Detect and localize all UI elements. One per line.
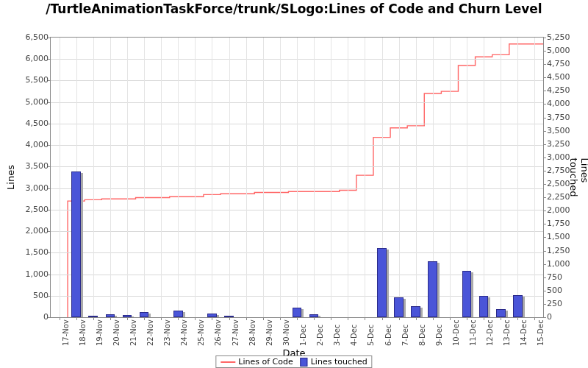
gridline: [517, 38, 518, 317]
gridline: [161, 38, 162, 317]
x-tick-label: 4-Dec: [350, 325, 358, 346]
gridline: [195, 38, 196, 317]
x-tick-label: 14-Dec: [520, 319, 528, 346]
bar-lines-touched: [479, 296, 489, 317]
y1-tick-label: 500: [4, 290, 49, 300]
gridline: [229, 38, 230, 317]
y2-tick-label: 2,250: [547, 192, 585, 202]
bar-lines-touched: [513, 295, 523, 317]
x-tick-label: 26-Nov: [214, 319, 222, 346]
y1-tick-label: 3,000: [4, 183, 49, 192]
x-tick-label: 20-Nov: [112, 319, 121, 346]
legend-label: Lines of Code: [238, 357, 293, 367]
x-tick-label: 18-Nov: [79, 319, 87, 346]
y1-tick-label: 2,000: [4, 226, 49, 236]
bar-lines-touched: [224, 316, 234, 317]
gridline: [416, 38, 417, 317]
y2-tick-label: 1,750: [547, 219, 585, 228]
gridline: [399, 38, 400, 317]
gridline: [365, 38, 365, 317]
plot-area: [50, 37, 544, 318]
y2-tick-label: 3,750: [547, 112, 585, 121]
bar-lines-touched: [106, 314, 115, 317]
y2-tick-label: 1,250: [547, 245, 585, 255]
y1-tick-label: 1,000: [4, 269, 49, 278]
gridline: [178, 38, 179, 317]
x-tick-label: 5-Dec: [367, 325, 375, 346]
x-tick-label: 17-Nov: [62, 319, 70, 346]
y2-tick-label: 5,250: [547, 32, 585, 42]
x-tick-label: 7-Dec: [401, 325, 409, 346]
x-tick-label: 25-Nov: [197, 319, 205, 346]
y1-tick-label: 4,000: [4, 140, 49, 149]
gridline: [246, 38, 247, 317]
y1-tick-label: 3,500: [4, 161, 49, 171]
x-tick-label: 3-Dec: [333, 325, 341, 346]
gridline: [534, 38, 535, 317]
gridline: [212, 38, 212, 317]
gridline: [93, 38, 94, 317]
x-tick-label: 13-Dec: [503, 319, 511, 346]
y2-tick-label: 5,000: [547, 46, 585, 55]
x-tick-label: 22-Nov: [146, 319, 154, 346]
y2-tick-label: 750: [547, 272, 585, 281]
bar-lines-touched: [140, 312, 149, 317]
x-tick-label: 21-Nov: [129, 319, 137, 346]
x-tick-label: 29-Nov: [265, 319, 273, 346]
bar-lines-touched: [462, 271, 472, 317]
gridline: [450, 38, 451, 317]
y2-tick-label: 1,500: [547, 232, 585, 241]
gridline: [484, 38, 484, 317]
x-tick-label: 6-Dec: [384, 325, 392, 346]
y1-tick-label: 2,500: [4, 204, 49, 213]
y2-tick-label: 500: [547, 285, 585, 294]
bar-lines-touched: [173, 311, 183, 317]
x-tick-label: 23-Nov: [163, 319, 171, 346]
gridline: [280, 38, 281, 317]
gridline: [297, 38, 298, 317]
gridline: [348, 38, 348, 317]
y1-tick-label: 5,500: [4, 75, 49, 85]
x-tick-label: 28-Nov: [248, 319, 257, 346]
x-tick-label: 11-Dec: [469, 319, 477, 346]
loc-churn-chart: /TurtleAnimationTaskForce/trunk/SLogo:Li…: [0, 0, 588, 368]
bar-lines-touched: [377, 248, 387, 317]
y1-tick-label: 6,500: [4, 32, 49, 42]
x-tick-label: 9-Dec: [435, 325, 443, 346]
y2-tick-label: 4,500: [547, 72, 585, 82]
gridline: [110, 38, 111, 317]
bar-lines-touched: [88, 316, 98, 317]
bar-lines-touched: [123, 315, 132, 317]
x-tick-label: 12-Dec: [486, 319, 494, 346]
x-tick-label: 8-Dec: [418, 325, 426, 346]
x-tick-label: 19-Nov: [96, 319, 104, 346]
y2-axis-title: Lines touched: [568, 158, 588, 197]
x-tick-label: 2-Dec: [316, 325, 324, 346]
legend-item-lines-touched: Lines touched: [301, 357, 368, 367]
y1-tick-label: 0: [4, 312, 49, 322]
y2-tick-label: 1,000: [547, 258, 585, 268]
y2-tick-label: 250: [547, 298, 585, 308]
gridline: [144, 38, 145, 317]
bar-lines-touched: [71, 171, 81, 317]
bar-swatch-icon: [301, 358, 308, 367]
x-tick-label: 24-Nov: [180, 319, 188, 346]
gridline: [331, 38, 331, 317]
y1-tick-label: 5,000: [4, 96, 49, 106]
legend: Lines of Code Lines touched: [215, 355, 372, 368]
gridline: [501, 38, 501, 317]
legend-item-lines-of-code: Lines of Code: [220, 357, 293, 367]
y2-tick-label: 4,250: [547, 85, 585, 95]
chart-title: /TurtleAnimationTaskForce/trunk/SLogo:Li…: [0, 2, 588, 17]
y2-tick-label: 3,000: [547, 152, 585, 161]
x-tick-label: 1-Dec: [299, 325, 307, 346]
y2-tick-label: 3,250: [547, 138, 585, 148]
bar-lines-touched: [207, 314, 217, 317]
x-tick-label: 10-Dec: [452, 319, 460, 346]
y2-tick-label: 4,000: [547, 99, 585, 108]
gridline: [60, 38, 60, 317]
bar-lines-touched: [293, 308, 302, 317]
line-swatch-icon: [220, 361, 235, 363]
y2-tick-label: 3,500: [547, 125, 585, 135]
bar-lines-touched: [496, 309, 506, 317]
